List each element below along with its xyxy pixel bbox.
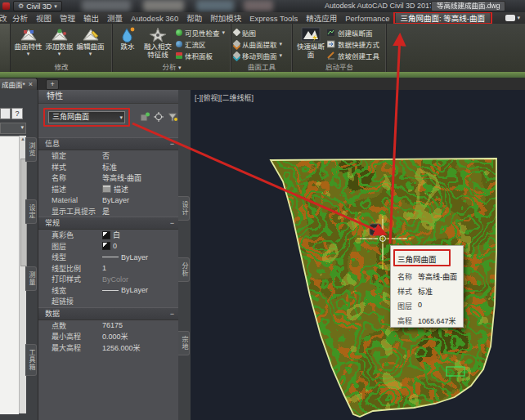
- button-label: 可见性检查: [185, 28, 220, 38]
- tab-view[interactable]: 视图: [32, 12, 56, 24]
- tab-addins[interactable]: 附加模块: [206, 12, 245, 24]
- ribbon-tab-row: 改 分析 视图 管理 输出 测量 Autodesk 360 帮助 附加模块 Ex…: [0, 12, 525, 24]
- button-label: 汇流区: [185, 39, 206, 49]
- tab-featured-apps[interactable]: 精选应用: [302, 12, 341, 24]
- palette-tab-analysis[interactable]: 分析: [178, 257, 190, 282]
- tab-modify-partial[interactable]: 改: [0, 12, 8, 24]
- drape-image-button[interactable]: 贴图: [234, 27, 282, 38]
- drape-image-icon: [233, 29, 241, 37]
- tab-express-tools[interactable]: Express Tools: [245, 12, 302, 24]
- ribbon-panel-analyze: 跌水 融入相交特征线 可见性检查 ▾: [113, 24, 231, 72]
- toolspace-tab-toolbox[interactable]: 工具箱: [25, 344, 37, 376]
- app-icon[interactable]: [2, 2, 10, 10]
- add-data-button[interactable]: 添加数据 ▾: [44, 25, 74, 63]
- panel-label-surface-tools[interactable]: 曲面工具: [234, 63, 289, 72]
- new-tab-button[interactable]: +: [46, 79, 59, 90]
- panel-label-analyze[interactable]: 分析 ▾: [115, 63, 228, 72]
- toolspace-tree[interactable]: [0, 136, 19, 414]
- tab-help[interactable]: 帮助: [182, 12, 206, 24]
- collapse-icon[interactable]: −: [170, 138, 174, 150]
- grading-creation-tools-button[interactable]: 放坡创建工具: [327, 50, 379, 60]
- water-drop-icon: [119, 26, 137, 42]
- prop-row-hyperlink: 超链接: [38, 296, 179, 307]
- surface-properties-button[interactable]: 曲面特性 ▾: [13, 25, 43, 63]
- ribbon-panel-fragment: [0, 24, 11, 72]
- tab-survey[interactable]: 测量: [103, 12, 127, 24]
- ribbon-panel-toggle[interactable]: ▾: [505, 12, 520, 24]
- button-label: 体积面板: [185, 51, 213, 60]
- section-title: 信息: [45, 140, 60, 148]
- chevron-down-icon: ▾: [517, 16, 520, 20]
- visibility-check-button[interactable]: 可见性检查 ▾: [176, 27, 225, 38]
- collapse-icon[interactable]: −: [170, 308, 174, 319]
- tab-autodesk360[interactable]: Autodesk 360: [127, 12, 182, 24]
- chevron-down-icon: ▾: [222, 30, 226, 35]
- viewport-controls[interactable]: [-][俯视][二维线框]: [195, 92, 254, 103]
- description-icon: [102, 185, 111, 193]
- file-tab-bar: 成曲面* × +: [0, 78, 525, 90]
- extract-from-surface-button[interactable]: 从曲面提取 ▾: [234, 38, 282, 49]
- file-tab-label: 成曲面*: [2, 79, 25, 89]
- quick-select-icon[interactable]: [168, 112, 177, 122]
- workspace-switcher[interactable]: ⚙ Civil 3D ▾: [13, 1, 62, 11]
- catchment-button[interactable]: 跌水: [115, 25, 140, 63]
- volumes-dashboard-button[interactable]: 体积面板: [176, 50, 225, 60]
- quick-access-toolbar-blur: [196, 0, 234, 11]
- file-tab-active[interactable]: 成曲面* ×: [0, 78, 38, 90]
- create-profile-icon: [327, 29, 335, 37]
- resolve-crossing-breaklines-button[interactable]: 融入相交特征线: [141, 25, 175, 63]
- section-title: 常规: [45, 219, 60, 227]
- quick-access-toolbar-blur: [143, 0, 184, 11]
- linetype-icon: [102, 257, 119, 257]
- toolspace-dropdown[interactable]: ▾: [0, 123, 26, 134]
- quick-profile-button[interactable]: 快速纵断面: [295, 25, 326, 63]
- palette-tab-design[interactable]: 设计: [178, 196, 190, 221]
- panel-label-modify[interactable]: 修改: [13, 63, 110, 72]
- prop-row-linetype-scale: 线型比例1: [38, 263, 179, 275]
- selection-dropdown[interactable]: 三角网曲面 ▾: [48, 111, 125, 123]
- toggle-value-icon[interactable]: [140, 112, 150, 122]
- chevron-down-icon: ▾: [280, 53, 283, 58]
- quick-access-toolbar-blur: [244, 0, 273, 11]
- toolspace-tab-prospector[interactable]: 浏览: [25, 137, 37, 162]
- tab-output[interactable]: 输出: [79, 12, 103, 24]
- toolspace-search-fragment[interactable]: [0, 108, 11, 119]
- button-label: 数据快捷方式: [338, 39, 379, 49]
- workspace-label: Civil 3D: [26, 2, 52, 11]
- pick-object-icon[interactable]: [154, 112, 164, 122]
- prop-row-show-tooltips: 显示工具提示是: [38, 206, 179, 217]
- contextual-tab-tin-surface[interactable]: 三角网曲面: 等高线-曲面: [396, 12, 490, 24]
- section-header-data[interactable]: 数据 −: [38, 307, 179, 320]
- prop-row-style: 样式标准: [38, 162, 179, 173]
- add-data-icon: [51, 26, 69, 42]
- quick-access-toolbar-blur: [82, 0, 131, 11]
- tab-analyze[interactable]: 分析: [8, 12, 32, 24]
- ribbon-panel-surface-tools: 贴图 从曲面提取 ▾ 移动到曲面 ▾ 曲面工具: [231, 24, 293, 72]
- prop-row-linetype: 线型ByLayer: [38, 252, 179, 263]
- prop-row-point-count: 点数76175: [38, 320, 179, 332]
- section-header-info[interactable]: 信息 −: [38, 137, 179, 150]
- palette-tab-strip-right: 设计 分析 宗地: [178, 90, 191, 420]
- contextual-tab-label: 三角网曲面: 等高线-曲面: [401, 12, 485, 24]
- data-shortcuts-button[interactable]: 数据快捷方式: [327, 38, 379, 49]
- ribbon-panel-launchpad: 快速纵断面 创建纵断面 数据快捷方式 放坡创建工具: [293, 24, 387, 72]
- drawing-area[interactable]: [-][俯视][二维线框]: [191, 90, 525, 420]
- close-icon[interactable]: ×: [29, 80, 33, 88]
- collapse-icon[interactable]: −: [170, 217, 174, 229]
- chevron-down-icon: ▾: [54, 4, 57, 9]
- panel-label-text: 分析: [163, 63, 177, 71]
- catchment-area-button[interactable]: 汇流区: [176, 38, 225, 49]
- toolspace-tab-survey[interactable]: 测量: [25, 266, 37, 291]
- help-button[interactable]: ?: [11, 108, 23, 119]
- civil3d-window: ⚙ Civil 3D ▾ Autodesk AutoCAD Civil 3D 2…: [0, 0, 525, 420]
- gear-icon: ⚙: [18, 2, 24, 10]
- edit-surface-button[interactable]: 编辑曲面 ▾: [75, 25, 105, 63]
- palette-tab-parcels[interactable]: 宗地: [178, 331, 190, 355]
- section-header-general[interactable]: 常规 −: [38, 217, 179, 230]
- tab-manage[interactable]: 管理: [56, 12, 79, 24]
- create-profile-button[interactable]: 创建纵断面: [327, 27, 379, 38]
- toolspace-tab-settings[interactable]: 设定: [25, 199, 37, 224]
- move-to-surface-button[interactable]: 移动到曲面 ▾: [234, 50, 282, 60]
- panel-label-launchpad[interactable]: 启动平台: [295, 63, 384, 72]
- tab-performance[interactable]: Performance: [341, 12, 393, 24]
